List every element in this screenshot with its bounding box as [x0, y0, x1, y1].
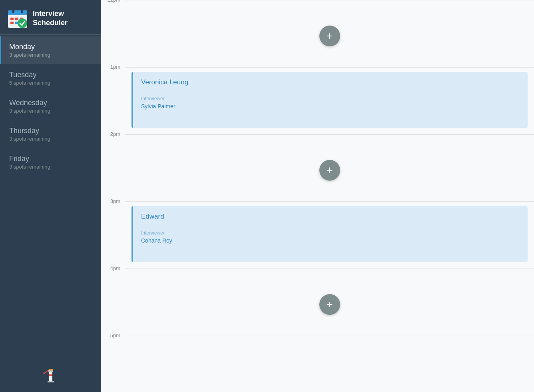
sidebar-item-wednesday[interactable]: Wednesday 3 spots remaining	[0, 92, 101, 120]
time-slot-3pm: 3pm Edward Interviewer Cohana Roy	[101, 201, 534, 269]
spots-label: 3 spots remaining	[9, 108, 93, 114]
sidebar-item-monday[interactable]: Monday 3 spots remaining	[0, 36, 101, 64]
interview-card-veronica: Veronica Leung Interviewer Sylvia Palmer	[132, 72, 528, 128]
svg-rect-14	[48, 381, 54, 382]
day-label: Tuesday	[9, 71, 93, 79]
interview-card-edward: Edward Interviewer Cohana Roy	[132, 206, 528, 262]
sidebar-item-friday[interactable]: Friday 3 spots remaining	[0, 148, 101, 176]
nav-items: Monday 3 spots remaining Tuesday 5 spots…	[0, 36, 101, 358]
svg-rect-7	[10, 22, 14, 24]
time-content-2pm: +	[125, 134, 534, 201]
app-icon	[7, 8, 28, 29]
svg-rect-2	[12, 9, 14, 13]
interviewer-name: Cohana Roy	[141, 237, 520, 244]
time-slot-4pm: 4pm +	[101, 269, 534, 336]
day-label: Monday	[9, 43, 93, 51]
time-content-4pm: +	[125, 269, 534, 336]
lighthouse-icon	[44, 366, 58, 384]
svg-point-10	[18, 18, 27, 28]
interviewer-label: Interviewer	[141, 230, 520, 236]
svg-rect-4	[10, 18, 14, 20]
svg-rect-15	[49, 374, 52, 376]
sidebar: InterviewScheduler Monday 3 spots remain…	[0, 0, 101, 392]
time-slot-12pm: 12pm +	[101, 0, 534, 67]
time-content-5pm	[125, 336, 534, 352]
spots-label: 3 spots remaining	[9, 52, 93, 58]
time-label-12pm: 12pm	[101, 0, 125, 3]
time-label-5pm: 5pm	[101, 332, 125, 338]
time-slot-1pm: 1pm Veronica Leung Interviewer Sylvia Pa…	[101, 67, 534, 134]
timeline: 12pm + 1pm Veronica Leung Interviewer Sy…	[101, 0, 534, 352]
time-label-1pm: 1pm	[101, 64, 125, 70]
app-header: InterviewScheduler	[0, 0, 101, 35]
day-label: Friday	[9, 155, 93, 163]
time-slot-2pm: 2pm +	[101, 134, 534, 201]
spots-label: 3 spots remaining	[9, 136, 93, 142]
time-label-2pm: 2pm	[101, 131, 125, 137]
time-content-12pm: +	[125, 0, 534, 67]
candidate-name: Veronica Leung	[141, 78, 520, 86]
spots-label: 3 spots remaining	[9, 164, 93, 170]
app-title: InterviewScheduler	[33, 9, 68, 28]
day-label: Wednesday	[9, 99, 93, 107]
interviewer-label: Interviewer	[141, 96, 520, 101]
sidebar-item-thursday[interactable]: Thursday 3 spots remaining	[0, 120, 101, 148]
svg-rect-5	[15, 18, 18, 20]
interviewer-name: Sylvia Palmer	[141, 103, 520, 109]
main-content: 12pm + 1pm Veronica Leung Interviewer Sy…	[101, 0, 534, 392]
svg-rect-13	[49, 369, 53, 370]
add-slot-button-4pm[interactable]: +	[319, 294, 340, 315]
time-content-1pm: Veronica Leung Interviewer Sylvia Palmer	[125, 67, 534, 134]
add-slot-button-2pm[interactable]: +	[319, 160, 340, 181]
time-content-3pm: Edward Interviewer Cohana Roy	[125, 201, 534, 269]
day-label: Thursday	[9, 127, 93, 135]
time-label-4pm: 4pm	[101, 265, 125, 271]
spots-label: 5 spots remaining	[9, 80, 93, 86]
sidebar-footer	[0, 358, 101, 392]
sidebar-item-tuesday[interactable]: Tuesday 5 spots remaining	[0, 64, 101, 92]
time-slot-5pm: 5pm	[101, 336, 534, 352]
svg-rect-1	[8, 10, 27, 15]
svg-rect-3	[21, 9, 23, 13]
add-slot-button-12pm[interactable]: +	[319, 26, 340, 46]
time-label-3pm: 3pm	[101, 198, 125, 204]
candidate-name: Edward	[141, 213, 520, 221]
